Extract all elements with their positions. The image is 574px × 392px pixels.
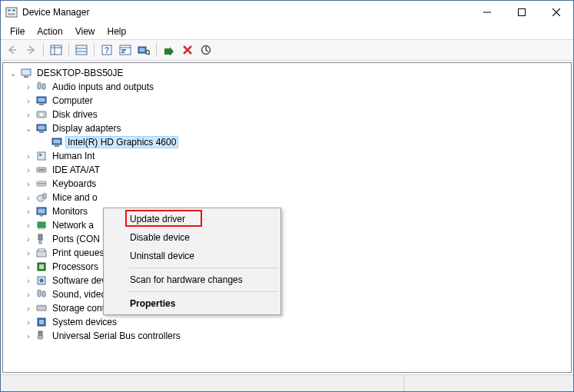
svg-rect-10 xyxy=(51,45,61,55)
titlebar: Device Manager xyxy=(1,1,573,24)
ctx-uninstall-device[interactable]: Uninstall device xyxy=(105,247,279,265)
tree-category[interactable]: ›Processors xyxy=(6,260,571,274)
menubar: File Action View Help xyxy=(1,24,573,39)
svg-rect-59 xyxy=(40,215,43,217)
help-button[interactable]: ? xyxy=(98,42,115,58)
device-category-icon xyxy=(35,219,48,231)
device-category-icon xyxy=(35,261,48,273)
chevron-right-icon[interactable]: › xyxy=(23,220,34,231)
chevron-down-icon[interactable]: ⌄ xyxy=(23,123,34,134)
tree-root[interactable]: ⌄ DESKTOP-BBS50JE xyxy=(6,66,571,80)
svg-rect-48 xyxy=(38,169,45,171)
view-button[interactable] xyxy=(73,42,90,58)
tree-category[interactable]: ›Sound, video and game controllers xyxy=(6,287,571,301)
chevron-right-icon[interactable]: › xyxy=(23,247,34,258)
svg-rect-5 xyxy=(518,9,525,16)
show-hide-tree-button[interactable] xyxy=(48,42,65,58)
tree-category[interactable]: ›Audio inputs and outputs xyxy=(6,80,571,94)
svg-rect-0 xyxy=(6,8,17,17)
tree-category[interactable]: ›System devices xyxy=(6,315,571,329)
chevron-right-icon[interactable]: › xyxy=(23,164,34,175)
maximize-button[interactable] xyxy=(504,1,539,24)
svg-rect-31 xyxy=(24,76,28,78)
device-category-icon xyxy=(35,205,48,218)
toolbar-separator xyxy=(43,43,44,57)
ctx-scan-hardware[interactable]: Scan for hardware changes xyxy=(105,271,279,289)
chevron-right-icon[interactable]: › xyxy=(23,109,34,120)
tree-category[interactable]: ›Print queues xyxy=(6,246,571,260)
menu-help[interactable]: Help xyxy=(101,25,133,38)
close-button[interactable] xyxy=(539,1,573,24)
svg-rect-35 xyxy=(38,98,45,102)
tree-category[interactable]: ›Ports (CON xyxy=(6,232,571,246)
device-manager-icon xyxy=(5,6,18,18)
minimize-button[interactable] xyxy=(469,1,504,24)
properties-button[interactable] xyxy=(117,42,134,58)
chevron-right-icon[interactable]: › xyxy=(23,289,34,300)
svg-point-71 xyxy=(40,279,44,283)
svg-rect-2 xyxy=(12,9,15,12)
svg-rect-3 xyxy=(8,13,15,15)
tree-category-label: Network a xyxy=(51,220,95,231)
menu-file[interactable]: File xyxy=(4,25,31,38)
chevron-right-icon[interactable]: › xyxy=(23,95,34,106)
svg-rect-69 xyxy=(39,264,44,269)
tree-category[interactable]: ›Computer xyxy=(6,94,571,108)
tree-device[interactable]: Intel(R) HD Graphics 4600 xyxy=(6,135,571,149)
tree-category-label: IDE ATA/AT xyxy=(51,164,101,175)
svg-rect-44 xyxy=(55,145,59,147)
tree-category[interactable]: ›Monitors xyxy=(6,204,571,218)
svg-rect-74 xyxy=(37,306,46,311)
tree-category[interactable]: ›Network a xyxy=(6,218,571,232)
chevron-down-icon[interactable]: ⌄ xyxy=(8,68,18,78)
ctx-update-driver[interactable]: Update driver xyxy=(105,210,279,228)
menu-view[interactable]: View xyxy=(69,25,101,38)
enable-device-button[interactable] xyxy=(161,42,178,58)
chevron-right-icon[interactable]: › xyxy=(23,234,34,244)
chevron-right-icon[interactable]: › xyxy=(23,206,34,217)
ctx-disable-device[interactable]: Disable device xyxy=(105,228,279,247)
device-category-icon xyxy=(35,316,48,328)
tree-category[interactable]: ›Mice and o xyxy=(6,191,571,204)
svg-rect-20 xyxy=(121,49,126,51)
chevron-right-icon[interactable]: › xyxy=(23,331,34,341)
tree-category-label: Print queues xyxy=(51,247,105,258)
device-category-icon xyxy=(35,108,48,121)
toolbar-separator xyxy=(156,43,157,57)
tree-category[interactable]: ›IDE ATA/AT xyxy=(6,163,571,177)
device-tree[interactable]: ⌄ DESKTOP-BBS50JE ›Audio inputs and outp… xyxy=(3,63,571,372)
tree-category[interactable]: ›Storage controllers xyxy=(6,301,571,315)
ctx-properties[interactable]: Properties xyxy=(105,294,279,313)
scan-hardware-button[interactable] xyxy=(135,42,152,58)
tree-category[interactable]: ›Universal Serial Bus controllers xyxy=(6,329,571,343)
tree-category[interactable]: ⌄Display adapters xyxy=(6,121,571,135)
chevron-right-icon[interactable]: › xyxy=(23,275,34,286)
tree-category[interactable]: ›Keyboards xyxy=(6,177,571,191)
svg-rect-65 xyxy=(39,240,41,244)
chevron-right-icon[interactable]: › xyxy=(23,178,34,189)
chevron-right-icon[interactable]: › xyxy=(23,317,34,327)
device-category-icon xyxy=(35,233,48,245)
device-category-icon xyxy=(35,247,48,259)
svg-rect-40 xyxy=(38,126,45,130)
chevron-right-icon[interactable]: › xyxy=(23,151,34,161)
chevron-right-icon[interactable]: › xyxy=(23,81,34,92)
chevron-right-icon[interactable]: › xyxy=(23,192,34,203)
tree-category[interactable]: ›Human Int xyxy=(6,149,571,163)
svg-rect-26 xyxy=(164,48,170,55)
svg-rect-79 xyxy=(39,320,44,324)
chevron-right-icon[interactable]: › xyxy=(23,303,34,314)
menu-action[interactable]: Action xyxy=(31,25,68,38)
forward-button[interactable] xyxy=(22,42,39,58)
svg-rect-73 xyxy=(42,291,45,297)
tree-category[interactable]: ›Software devices xyxy=(6,274,571,287)
tree-category-label: Universal Serial Bus controllers xyxy=(51,331,182,341)
tree-category[interactable]: ›Disk drives xyxy=(6,108,571,121)
uninstall-device-button[interactable] xyxy=(179,42,196,58)
toolbar-separator xyxy=(68,43,69,57)
update-driver-button[interactable] xyxy=(197,42,214,58)
back-button[interactable] xyxy=(4,42,21,58)
display-adapter-icon xyxy=(51,136,63,148)
chevron-right-icon[interactable]: › xyxy=(23,261,34,272)
expander-spacer xyxy=(38,137,49,148)
